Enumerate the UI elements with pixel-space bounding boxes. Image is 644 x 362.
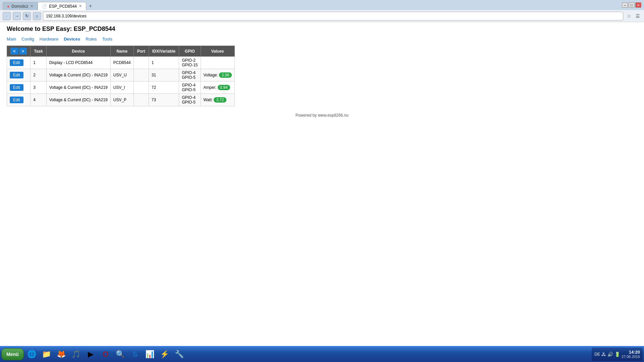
back-button[interactable]: ←	[3, 12, 11, 20]
name-cell-1: PCD8544	[110, 57, 133, 69]
close-button[interactable]: ✕	[635, 2, 641, 8]
prev-page-button[interactable]: <	[10, 48, 18, 55]
port-cell-2	[133, 69, 149, 81]
device-cell-3: Voltage & Current (DC) - INA219	[46, 81, 110, 94]
reload-button[interactable]: ↻	[23, 12, 31, 20]
edit-cell-1: Edit	[7, 57, 31, 69]
browser-chrome: ● Domoticz ✕ 📄 ESP_PCD8544 ✕ + – □ ✕ ← →…	[0, 0, 644, 22]
gpio2-3: GPIO-5	[182, 87, 196, 92]
col-name: Name	[110, 46, 133, 57]
col-gpio: GPIO	[179, 46, 201, 57]
device-cell-4: Voltage & Current (DC) - INA219	[46, 94, 110, 106]
values-cell-3: Amper: 0.94	[201, 81, 234, 94]
nav-rules[interactable]: Rules	[86, 37, 97, 42]
page-title: Welcome to ESP Easy: ESP_PCD8544	[7, 25, 637, 33]
edit-cell-2: Edit	[7, 69, 31, 81]
name-cell-2: USV_U	[110, 69, 133, 81]
edit-button-2[interactable]: Edit	[10, 72, 23, 78]
tab-esp8544[interactable]: 📄 ESP_PCD8544 ✕	[38, 2, 86, 10]
maximize-button[interactable]: □	[629, 2, 635, 8]
port-cell-4	[133, 94, 149, 106]
idx-cell-3: 72	[149, 81, 179, 94]
value-badge-4: 3.72	[214, 97, 226, 103]
value-label-3: Amper:	[204, 85, 217, 90]
nav-menu: Main Config Hardware Devices Rules Tools	[7, 37, 637, 42]
nav-hardware[interactable]: Hardware	[40, 37, 58, 42]
device-cell-1: Display - LCD PCD8544	[46, 57, 110, 69]
tab-favicon-domoticz: ●	[7, 4, 9, 9]
value-badge-3: 0.94	[218, 85, 230, 90]
value-label-2: Voltage:	[204, 73, 218, 77]
edit-button-1[interactable]: Edit	[10, 59, 23, 66]
menu-button[interactable]: ☰	[634, 12, 641, 20]
gpio1-2: GPIO-4	[182, 70, 196, 75]
edit-button-3[interactable]: Edit	[10, 84, 23, 91]
table-nav-header: < >	[7, 46, 31, 57]
port-cell-3	[133, 81, 149, 94]
idx-cell-4: 73	[149, 94, 179, 106]
task-cell-4: 4	[31, 94, 46, 106]
values-cell-4: Watt: 3.72	[201, 94, 234, 106]
gpio1-1: GPIO-2	[182, 58, 196, 63]
edit-cell-4: Edit	[7, 94, 31, 106]
port-cell-1	[133, 57, 149, 69]
tab-label-domoticz: Domoticz	[11, 4, 28, 9]
browser-actions: ☆ ☰	[625, 12, 641, 20]
gpio-cell-4: GPIO-4 GPIO-5	[179, 94, 201, 106]
values-cell-2: Voltage: 3.96	[201, 69, 234, 81]
values-cell-1	[201, 57, 234, 69]
gpio-cell-1: GPIO-2 GPIO-15	[179, 57, 201, 69]
idx-cell-1: 1	[149, 57, 179, 69]
edit-button-4[interactable]: Edit	[10, 97, 23, 103]
nav-config[interactable]: Config	[21, 37, 34, 42]
col-device: Device	[46, 46, 110, 57]
browser-toolbar: ← → ↻ ⌂ ☆ ☰	[0, 10, 644, 22]
col-task: Task	[31, 46, 46, 57]
tab-close-domoticz[interactable]: ✕	[30, 4, 33, 8]
gpio2-2: GPIO-5	[182, 75, 196, 80]
browser-tabs: ● Domoticz ✕ 📄 ESP_PCD8544 ✕ +	[3, 1, 95, 10]
tab-domoticz[interactable]: ● Domoticz ✕	[3, 2, 38, 10]
tab-close-esp[interactable]: ✕	[79, 4, 82, 8]
home-button[interactable]: ⌂	[33, 12, 41, 20]
gpio-cell-2: GPIO-4 GPIO-5	[179, 69, 201, 81]
value-badge-2: 3.96	[219, 72, 231, 78]
table-row: Edit 1 Display - LCD PCD8544 PCD8544 1 G…	[7, 57, 235, 69]
col-port: Port	[133, 46, 149, 57]
table-row: Edit 4 Voltage & Current (DC) - INA219 U…	[7, 94, 235, 106]
tab-favicon-esp: 📄	[42, 4, 47, 9]
table-row: Edit 2 Voltage & Current (DC) - INA219 U…	[7, 69, 235, 81]
name-cell-4: USV_P	[110, 94, 133, 106]
address-bar[interactable]	[43, 12, 623, 20]
next-page-button[interactable]: >	[19, 48, 27, 55]
new-tab-button[interactable]: +	[86, 2, 95, 10]
minimize-button[interactable]: –	[622, 2, 628, 8]
gpio1-3: GPIO-4	[182, 83, 196, 87]
gpio2-1: GPIO-15	[182, 63, 198, 67]
gpio1-4: GPIO-4	[182, 95, 196, 100]
edit-cell-3: Edit	[7, 81, 31, 94]
idx-cell-2: 31	[149, 69, 179, 81]
nav-devices[interactable]: Devices	[64, 37, 80, 42]
forward-button[interactable]: →	[13, 12, 21, 20]
task-cell-1: 1	[31, 57, 46, 69]
task-cell-2: 2	[31, 69, 46, 81]
task-cell-3: 3	[31, 81, 46, 94]
window-controls: – □ ✕	[622, 2, 641, 8]
value-label-4: Watt:	[204, 98, 213, 102]
bookmark-button[interactable]: ☆	[625, 12, 633, 20]
browser-titlebar: ● Domoticz ✕ 📄 ESP_PCD8544 ✕ + – □ ✕	[0, 0, 644, 10]
table-row: Edit 3 Voltage & Current (DC) - INA219 U…	[7, 81, 235, 94]
device-cell-2: Voltage & Current (DC) - INA219	[46, 69, 110, 81]
gpio-cell-3: GPIO-4 GPIO-5	[179, 81, 201, 94]
page-content: Welcome to ESP Easy: ESP_PCD8544 Main Co…	[0, 22, 644, 263]
footer: Powered by www.esp8266.nu	[7, 113, 637, 118]
col-values: Values	[201, 46, 234, 57]
nav-main[interactable]: Main	[7, 37, 16, 42]
devices-table: < > Task Device Name Port IDX/Variable G…	[7, 46, 235, 106]
col-idx: IDX/Variable	[149, 46, 179, 57]
gpio2-4: GPIO-5	[182, 100, 196, 105]
tab-label-esp: ESP_PCD8544	[49, 4, 77, 9]
name-cell-3: USV_I	[110, 81, 133, 94]
nav-tools[interactable]: Tools	[102, 37, 112, 42]
